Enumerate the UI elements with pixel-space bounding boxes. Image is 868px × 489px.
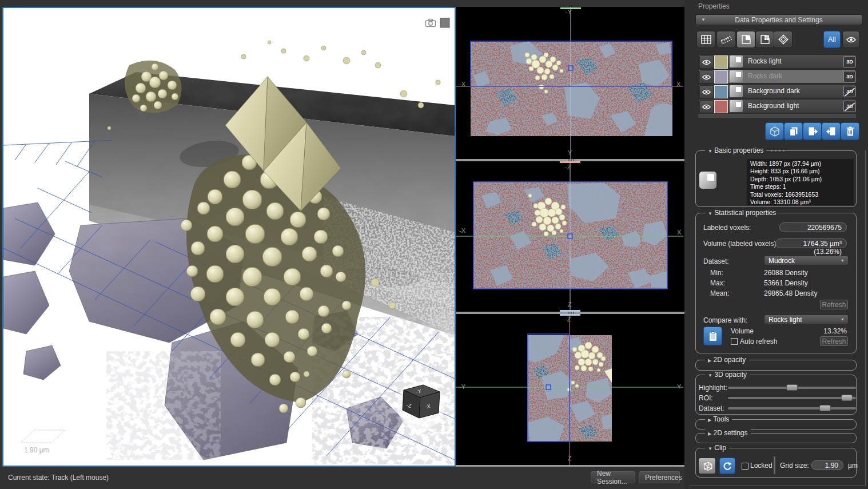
trash-icon (845, 126, 856, 137)
slice-view-middle[interactable]: -Z Z -X X (456, 161, 683, 312)
copy-icon (788, 126, 799, 137)
snapshot-icon[interactable] (426, 19, 436, 27)
basic-properties-title[interactable]: ▼ Basic properties (705, 146, 766, 154)
color-swatch[interactable] (714, 100, 728, 113)
compare-volume-value: 13.32% (810, 327, 847, 335)
layer-row-background-light[interactable]: Background light 3D (698, 99, 856, 113)
dataset-label: Dataset: (703, 257, 729, 265)
layer-row-rocks-light[interactable]: Rocks light 3D (698, 54, 856, 69)
delete-button[interactable] (841, 122, 859, 140)
cube-icon (769, 126, 781, 137)
dataset-opacity-label: Dataset: (699, 404, 724, 412)
roi-slider-thumb[interactable] (841, 395, 853, 401)
auto-refresh-checkbox[interactable] (731, 338, 738, 345)
grid-size-input[interactable]: 1.90 (811, 460, 843, 470)
reset-clip-button[interactable] (719, 458, 735, 474)
color-swatch[interactable] (714, 55, 728, 69)
dataset-slider[interactable] (728, 407, 856, 410)
layer-thumbnail (730, 85, 743, 97)
copy-stats-button[interactable] (703, 327, 722, 345)
wireframe-cube-icon (701, 460, 714, 472)
diamond-icon (778, 34, 789, 45)
dataset-dropdown[interactable]: Mudrock (764, 256, 849, 265)
color-swatch[interactable] (714, 70, 728, 84)
badge-3d[interactable]: 3D (843, 56, 856, 67)
export-button[interactable] (803, 122, 822, 140)
highlight-label: Highlight: (699, 384, 727, 392)
roi-shape-button[interactable] (774, 31, 793, 48)
scale-indicator: 1.90 µm (21, 430, 65, 454)
highlight-slider-thumb[interactable] (786, 384, 798, 391)
navigation-cube[interactable]: -Y -Z -X (397, 381, 445, 430)
panel-border (689, 486, 866, 486)
panel-border (865, 150, 866, 486)
axis-label: -Z (565, 316, 571, 323)
slice-view-bottom[interactable]: -Z Z -Y Y (456, 314, 683, 465)
highlight-slider[interactable] (728, 387, 856, 389)
layer-row-background-dark[interactable]: Background dark 3D (698, 84, 856, 98)
refresh-button[interactable]: Refresh (820, 300, 848, 309)
refresh-compare-button[interactable]: Refresh (820, 336, 848, 346)
measure-button[interactable] (716, 31, 735, 48)
badge-3d-disabled[interactable]: 3D (843, 86, 856, 97)
locked-checkbox[interactable] (742, 463, 748, 470)
toggle-visibility-button[interactable] (842, 31, 859, 48)
small-cluster (125, 61, 181, 113)
clip-title[interactable]: ▼ Clip (705, 444, 729, 452)
info-line: Volume: 13310.08 µm³ (750, 198, 850, 206)
table-view-button[interactable] (696, 31, 715, 48)
statistical-properties-title[interactable]: ▼ Statistical properties (705, 209, 779, 217)
compare-volume-label: Volume (731, 327, 754, 335)
layer-name: Background light (748, 102, 799, 110)
badge-label: 3D (846, 59, 853, 65)
axis-label: -Y (566, 9, 572, 15)
layers-view-button[interactable] (736, 31, 755, 48)
tools-title[interactable]: ▶ Tools (705, 415, 732, 423)
badge-3d-disabled[interactable]: 3D (843, 101, 856, 112)
axis-label: Z (568, 455, 572, 462)
clip-box-button[interactable] (698, 458, 716, 474)
layer-row-rocks-dark[interactable]: Rocks dark 3D (698, 69, 856, 84)
show-all-button[interactable]: All (823, 31, 841, 48)
layers-grid-button[interactable] (755, 31, 774, 48)
visibility-toggle[interactable] (699, 70, 714, 84)
export-icon (807, 126, 818, 137)
show-in-3d-button[interactable] (765, 122, 784, 140)
dataset-info-box: Width: 1897 px (37.94 µm) Height: 833 px… (747, 159, 854, 205)
color-swatch[interactable] (714, 85, 728, 98)
max-value: 53661 Density (764, 279, 808, 287)
opacity-2d-group: ▶ 2D opacity (695, 360, 857, 371)
slice-view-top[interactable]: -Y Y -X X (456, 7, 683, 159)
new-session-button[interactable]: New Session... (591, 471, 635, 483)
panel-title: Properties (698, 2, 730, 10)
preferences-button[interactable]: Preferences (639, 471, 680, 483)
badge-label: 3D (846, 89, 853, 94)
compare-with-dropdown[interactable]: Rocks light (764, 315, 849, 324)
maximize-view-icon[interactable] (440, 18, 449, 27)
badge-3d[interactable]: 3D (843, 71, 856, 82)
info-line: Depth: 1053 px (21.06 µm) (750, 176, 850, 183)
data-properties-header[interactable]: ▼ Data Properties and Settings (695, 14, 862, 25)
axis-label: Z (568, 301, 572, 308)
axis-label: X (676, 81, 681, 88)
visibility-toggle[interactable] (699, 55, 714, 69)
opacity-2d-title[interactable]: ▶ 2D opacity (705, 356, 748, 364)
visibility-toggle[interactable] (699, 100, 714, 113)
opacity-3d-title[interactable]: ▼ 3D opacity (705, 371, 750, 379)
application-window: -Y -Z -X 1.90 µm (0, 0, 868, 489)
compare-with-label: Compare with: (703, 316, 747, 324)
layers-icon (740, 34, 752, 45)
visibility-toggle[interactable] (699, 85, 714, 98)
duplicate-button[interactable] (784, 122, 803, 140)
slice-indicator-salmon[interactable] (560, 161, 580, 163)
settings-2d-title[interactable]: ▶ 2D settings (705, 429, 751, 437)
dataset-slider-thumb[interactable] (819, 405, 831, 411)
settings-2d-group: ▶ 2D settings (695, 433, 857, 443)
viewport-3d[interactable]: -Y -Z -X 1.90 µm (2, 7, 456, 467)
roi-label: ROI: (699, 394, 713, 402)
scale-label: 1.90 µm (24, 446, 49, 454)
roi-slider[interactable] (728, 397, 856, 399)
table-icon (700, 34, 712, 45)
import-button[interactable] (822, 122, 841, 140)
clip-separator (774, 456, 775, 474)
